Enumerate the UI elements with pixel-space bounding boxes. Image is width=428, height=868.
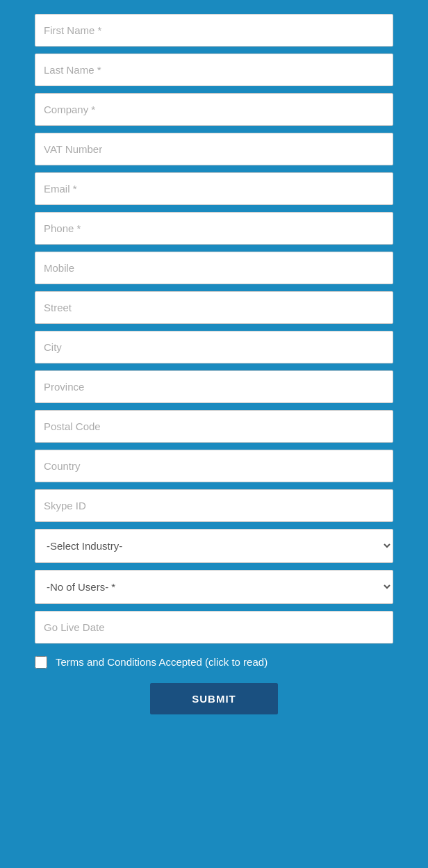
phone-input[interactable]: [35, 212, 393, 245]
vat-number-input[interactable]: [35, 133, 393, 165]
first-name-field: [35, 14, 393, 47]
country-input[interactable]: [35, 450, 393, 482]
mobile-input[interactable]: [35, 252, 393, 284]
terms-label[interactable]: Terms and Conditions Accepted (click to …: [56, 655, 268, 669]
go-live-date-field[interactable]: [35, 611, 393, 644]
vat-number-field: [35, 133, 393, 165]
city-field: [35, 331, 393, 363]
city-input[interactable]: [35, 331, 393, 363]
phone-field: [35, 212, 393, 245]
postal-code-input[interactable]: [35, 410, 393, 443]
street-field: [35, 291, 393, 324]
province-input[interactable]: [35, 370, 393, 403]
first-name-input[interactable]: [35, 14, 393, 47]
postal-code-field: [35, 410, 393, 443]
last-name-field: [35, 54, 393, 86]
select-industry-field[interactable]: -Select Industry-: [35, 529, 393, 563]
select-users[interactable]: -No of Users- *: [35, 570, 393, 604]
terms-row: Terms and Conditions Accepted (click to …: [35, 655, 393, 669]
province-field: [35, 370, 393, 403]
email-input[interactable]: [35, 172, 393, 205]
mobile-field: [35, 252, 393, 284]
last-name-input[interactable]: [35, 54, 393, 86]
company-input[interactable]: [35, 93, 393, 126]
terms-checkbox[interactable]: [35, 656, 47, 669]
skype-id-field: [35, 489, 393, 522]
select-users-field[interactable]: -No of Users- *: [35, 570, 393, 604]
skype-id-input[interactable]: [35, 489, 393, 522]
form-container: -Select Industry- -No of Users- * Terms …: [0, 0, 428, 735]
submit-button[interactable]: SUBMIT: [150, 683, 278, 714]
go-live-date-input[interactable]: [35, 611, 393, 644]
country-field: [35, 450, 393, 482]
select-industry[interactable]: -Select Industry-: [35, 529, 393, 563]
email-field: [35, 172, 393, 205]
company-field: [35, 93, 393, 126]
street-input[interactable]: [35, 291, 393, 324]
submit-row: SUBMIT: [35, 683, 393, 714]
